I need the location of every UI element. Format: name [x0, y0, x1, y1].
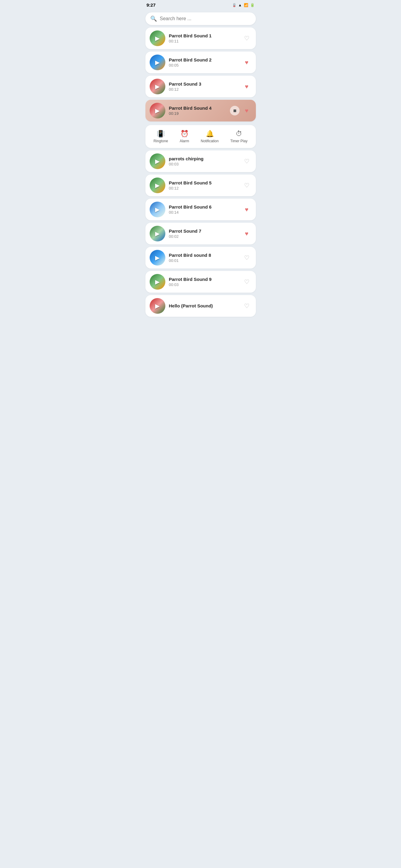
signal-icon: 📶 [244, 3, 248, 7]
favorite-button-9[interactable]: ♡ [242, 253, 252, 262]
action-bar: 📳Ringtone⏰Alarm🔔Notification⏱Timer Play [145, 125, 256, 148]
notification-icon: 🔔 [206, 130, 214, 138]
timerplay-icon: ⏱ [236, 130, 242, 138]
timerplay-label: Timer Play [230, 139, 248, 143]
heart-icon-9: ♡ [244, 254, 250, 261]
battery-warning-icon: 🪫 [232, 3, 236, 7]
heart-icon-4: ♥ [245, 107, 249, 114]
card-actions-3: ♥ [242, 82, 252, 91]
action-item-ringtone[interactable]: 📳Ringtone [150, 129, 172, 144]
sound-name-1: Parrot Bird Sound 1 [169, 33, 238, 38]
action-item-timerplay[interactable]: ⏱Timer Play [227, 129, 251, 144]
search-input[interactable] [160, 16, 251, 22]
favorite-button-7[interactable]: ♥ [242, 205, 252, 214]
sound-duration-6: 00:12 [169, 186, 238, 190]
play-icon-8: ▶ [155, 230, 160, 237]
favorite-button-4[interactable]: ♥ [242, 106, 252, 116]
heart-icon-8: ♥ [245, 230, 249, 237]
favorite-button-8[interactable]: ♥ [242, 229, 252, 239]
favorite-button-2[interactable]: ♥ [242, 58, 252, 67]
sound-avatar-1: ▶ [150, 30, 165, 46]
sound-duration-10: 00:03 [169, 282, 238, 287]
favorite-button-1[interactable]: ♡ [242, 33, 252, 43]
sound-info-7: Parrot Bird Sound 6 00:14 [169, 204, 238, 215]
heart-icon-11: ♡ [244, 302, 250, 310]
sound-avatar-5: ▶ [150, 153, 165, 169]
sound-name-9: Parrot Bird sound 8 [169, 253, 238, 258]
play-icon-1: ▶ [155, 35, 160, 42]
card-actions-5: ♡ [242, 156, 252, 166]
sound-card-3[interactable]: ▶ Parrot Sound 3 00:12 ♥ [145, 76, 256, 97]
sound-card-8[interactable]: ▶ Parrot Sound 7 00:02 ♥ [145, 223, 256, 244]
stop-button-4[interactable]: ⏹ [230, 106, 239, 116]
favorite-button-11[interactable]: ♡ [242, 301, 252, 311]
sound-card-10[interactable]: ▶ Parrot Bird Sound 9 00:03 ♡ [145, 271, 256, 293]
sound-info-4: Parrot Bird Sound 4 00:19 [169, 105, 226, 116]
sound-avatar-7: ▶ [150, 202, 165, 217]
status-bar: 9:27 🪫 ▲ 📶 🔋 [142, 0, 259, 10]
play-icon-6: ▶ [155, 182, 160, 189]
sound-duration-4: 00:19 [169, 111, 226, 116]
favorite-button-6[interactable]: ♡ [242, 181, 252, 190]
sound-card-11[interactable]: ▶ Hello (Parrot Sound) ♡ [145, 295, 256, 317]
sound-duration-7: 00:14 [169, 210, 238, 215]
alarm-icon: ⏰ [180, 130, 189, 138]
heart-icon-3: ♥ [245, 83, 249, 90]
card-actions-6: ♡ [242, 181, 252, 190]
sound-name-6: Parrot Bird Sound 5 [169, 180, 238, 185]
battery-icon: 🔋 [250, 3, 255, 7]
play-icon-4: ▶ [155, 107, 160, 114]
sound-card-9[interactable]: ▶ Parrot Bird sound 8 00:01 ♡ [145, 247, 256, 269]
play-icon-9: ▶ [155, 254, 160, 261]
wifi-icon: ▲ [238, 3, 242, 7]
heart-icon-6: ♡ [244, 182, 250, 189]
action-item-alarm[interactable]: ⏰Alarm [176, 129, 193, 144]
sound-avatar-11: ▶ [150, 298, 165, 314]
favorite-button-3[interactable]: ♥ [242, 82, 252, 91]
heart-icon-1: ♡ [244, 35, 250, 42]
sound-list: ▶ Parrot Bird Sound 1 00:11 ♡▶ Parrot Bi… [142, 27, 259, 317]
sound-name-4: Parrot Bird Sound 4 [169, 105, 226, 111]
search-bar[interactable]: 🔍 [145, 12, 256, 25]
status-icons: 🪫 ▲ 📶 🔋 [232, 3, 255, 7]
sound-name-3: Parrot Sound 3 [169, 82, 238, 87]
sound-info-3: Parrot Sound 3 00:12 [169, 82, 238, 92]
favorite-button-10[interactable]: ♡ [242, 277, 252, 287]
sound-info-10: Parrot Bird Sound 9 00:03 [169, 277, 238, 287]
sound-card-6[interactable]: ▶ Parrot Bird Sound 5 00:12 ♡ [145, 175, 256, 196]
sound-duration-1: 00:11 [169, 39, 238, 43]
status-time: 9:27 [147, 2, 156, 7]
sound-info-5: parrots chirping 00:03 [169, 156, 238, 166]
sound-name-8: Parrot Sound 7 [169, 228, 238, 234]
sound-card-1[interactable]: ▶ Parrot Bird Sound 1 00:11 ♡ [145, 27, 256, 49]
play-icon-2: ▶ [155, 59, 160, 66]
play-icon-7: ▶ [155, 206, 160, 213]
card-actions-7: ♥ [242, 205, 252, 214]
sound-card-4[interactable]: ▶ Parrot Bird Sound 4 00:19 ⏹♥ [145, 100, 256, 121]
play-icon-5: ▶ [155, 158, 160, 165]
sound-card-5[interactable]: ▶ parrots chirping 00:03 ♡ [145, 150, 256, 172]
play-icon-10: ▶ [155, 278, 160, 285]
sound-avatar-6: ▶ [150, 178, 165, 193]
card-actions-2: ♥ [242, 58, 252, 67]
favorite-button-5[interactable]: ♡ [242, 156, 252, 166]
alarm-label: Alarm [179, 139, 189, 143]
sound-card-7[interactable]: ▶ Parrot Bird Sound 6 00:14 ♥ [145, 198, 256, 220]
heart-icon-10: ♡ [244, 278, 250, 285]
sound-info-9: Parrot Bird sound 8 00:01 [169, 253, 238, 263]
heart-icon-7: ♥ [245, 206, 249, 213]
sound-duration-8: 00:02 [169, 234, 238, 239]
play-icon-3: ▶ [155, 83, 160, 90]
sound-name-10: Parrot Bird Sound 9 [169, 277, 238, 282]
card-actions-11: ♡ [242, 301, 252, 311]
sound-name-11: Hello (Parrot Sound) [169, 303, 238, 308]
card-actions-1: ♡ [242, 33, 252, 43]
action-item-notification[interactable]: 🔔Notification [197, 129, 222, 144]
sound-duration-9: 00:01 [169, 258, 238, 263]
sound-card-2[interactable]: ▶ Parrot Bird Sound 2 00:05 ♥ [145, 52, 256, 73]
sound-avatar-8: ▶ [150, 226, 165, 241]
card-actions-8: ♥ [242, 229, 252, 239]
sound-duration-5: 00:03 [169, 162, 238, 166]
sound-name-2: Parrot Bird Sound 2 [169, 57, 238, 62]
sound-info-2: Parrot Bird Sound 2 00:05 [169, 57, 238, 67]
